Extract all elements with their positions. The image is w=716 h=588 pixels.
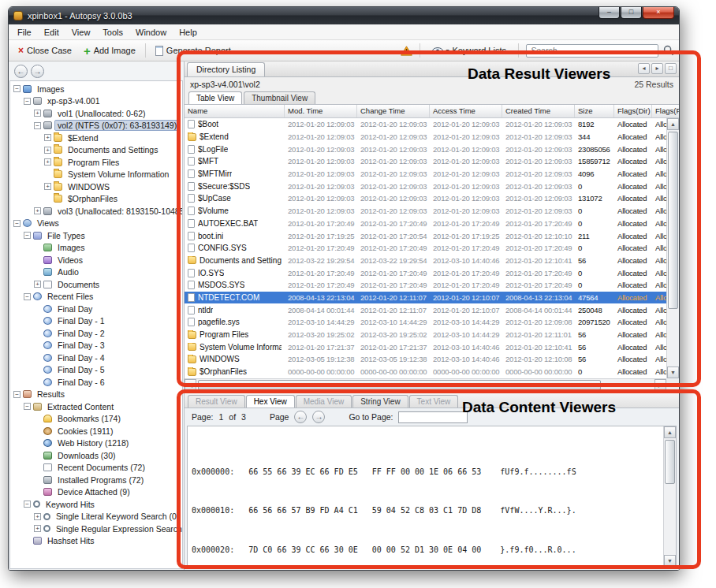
table-row[interactable]: boot.ini 2012-01-20 17:19:25 2012-01-20 …	[185, 229, 679, 242]
table-row[interactable]: Program Files 2012-03-20 19:25:02 2012-0…	[185, 329, 679, 341]
column-header[interactable]: Name	[185, 105, 285, 117]
tree-item[interactable]: Final Day - 2	[10, 327, 182, 340]
scroll-down-icon[interactable]: ▼	[664, 555, 676, 567]
tree-item[interactable]: Single Regular Expression Search (0)	[10, 523, 182, 535]
table-row[interactable]: $MFTMirr 2012-01-20 12:09:03 2012-01-20 …	[185, 168, 679, 180]
table-row[interactable]: WINDOWS 2012-03-05 19:12:38 2012-03-05 1…	[185, 353, 679, 366]
content-viewer-tab[interactable]: Hex View	[246, 395, 295, 408]
scrollbar-thumb[interactable]	[668, 132, 678, 309]
tree-expander-icon[interactable]	[13, 391, 21, 398]
next-page-button[interactable]: →	[312, 411, 325, 423]
table-row[interactable]: $UpCase 2012-01-20 12:09:03 2012-01-20 1…	[185, 192, 679, 205]
scroll-up-icon[interactable]: ▲	[664, 426, 676, 438]
tree-expander-icon[interactable]	[34, 281, 41, 288]
generate-report-button[interactable]: Generate Report	[151, 43, 236, 58]
tree-item[interactable]: xp-sp3-v4.001	[10, 95, 182, 108]
column-header[interactable]: Access Time	[430, 105, 502, 117]
menu-item[interactable]: View	[65, 26, 97, 39]
tree-item[interactable]: Installed Programs (72)	[10, 474, 182, 486]
directory-listing-tab[interactable]: Directory Listing	[187, 62, 265, 76]
tree-item[interactable]: Hashset Hits	[10, 535, 182, 548]
tree-item[interactable]: Keyword Hits	[10, 498, 182, 511]
scroll-tabs-right-button[interactable]: ▸	[651, 63, 663, 74]
goto-page-input[interactable]	[398, 411, 468, 423]
tree-item[interactable]: Final Day - 1	[10, 315, 182, 328]
tree-item[interactable]: Program Files	[10, 156, 182, 169]
tree-expander-icon[interactable]	[34, 378, 41, 385]
tree-item[interactable]: Final Day - 5	[10, 364, 182, 377]
tree-expander-icon[interactable]	[34, 256, 41, 263]
tree-expander-icon[interactable]	[34, 122, 41, 129]
tree-item[interactable]: Final Day	[10, 303, 182, 315]
table-row[interactable]: NTDETECT.COM 2008-04-13 22:13:04 2012-01…	[185, 292, 679, 304]
table-row[interactable]: System Volume Information 2012-01-20 17:…	[185, 341, 679, 353]
tree-expander-icon[interactable]	[34, 367, 41, 374]
table-row[interactable]: Documents and Settings 2012-03-22 19:29:…	[185, 255, 679, 267]
scroll-tabs-left-button[interactable]: ◂	[638, 63, 650, 74]
tree-expander-icon[interactable]	[34, 513, 41, 520]
previous-page-button[interactable]: ←	[294, 411, 307, 423]
tree-expander-icon[interactable]	[24, 232, 31, 239]
table-row[interactable]: $Volume 2012-01-20 12:09:03 2012-01-20 1…	[185, 205, 679, 218]
tree-item[interactable]: Images	[10, 242, 182, 255]
tree-expander-icon[interactable]	[34, 244, 41, 251]
content-viewer-tab[interactable]: Media View	[296, 395, 352, 408]
column-header[interactable]: Flags(File)	[652, 105, 679, 117]
table-row[interactable]: $OrphanFiles 0000-00-00 00:00:00 0000-00…	[185, 366, 679, 378]
column-header[interactable]: Mod. Time	[285, 105, 357, 117]
tree-expander-icon[interactable]	[24, 293, 31, 300]
tree-expander-icon[interactable]	[24, 538, 31, 545]
menu-item[interactable]: Window	[129, 26, 173, 39]
back-button[interactable]: ←	[14, 65, 28, 78]
close-case-button[interactable]: × Close Case	[13, 43, 76, 58]
tree-expander-icon[interactable]	[34, 464, 41, 471]
tree-expander-icon[interactable]	[34, 110, 41, 117]
scrollbar-thumb[interactable]	[198, 380, 601, 390]
tree-item[interactable]: Extracted Content	[10, 400, 182, 413]
tree-item[interactable]: Images	[10, 83, 182, 95]
scroll-left-icon[interactable]: ◀	[185, 379, 196, 391]
warning-triangle-icon[interactable]	[401, 46, 412, 56]
menu-item[interactable]: Tools	[96, 26, 129, 39]
tree-expander-icon[interactable]	[13, 85, 21, 92]
tree-expander-icon[interactable]	[44, 195, 51, 203]
content-viewer-tab[interactable]: Result View	[188, 395, 245, 408]
menu-item[interactable]: Help	[173, 26, 203, 39]
content-viewer-tab[interactable]: Text View	[409, 395, 459, 408]
tree-item[interactable]: Recent Files	[10, 291, 182, 303]
tree-expander-icon[interactable]	[44, 147, 51, 154]
tree-item[interactable]: $OrphanFiles	[10, 193, 182, 206]
magnifier-icon[interactable]	[663, 45, 674, 56]
tree-expander-icon[interactable]	[34, 525, 41, 532]
table-row[interactable]: ntldr 2008-04-14 00:01:44 2012-01-20 12:…	[185, 303, 679, 316]
tree-item[interactable]: Final Day - 4	[10, 352, 182, 364]
table-row[interactable]: AUTOEXEC.BAT 2012-01-20 17:20:49 2012-01…	[185, 218, 679, 230]
tree-item[interactable]: Audio	[10, 266, 182, 279]
tree-expander-icon[interactable]	[44, 171, 51, 178]
tree-expander-icon[interactable]	[44, 158, 51, 166]
tree-item[interactable]: vol2 (NTFS (0x07): 63-8193149)	[10, 120, 182, 132]
tree-item[interactable]: Downloads (30)	[10, 449, 182, 462]
hex-vertical-scrollbar[interactable]: ▲ ▼	[663, 426, 676, 567]
table-vertical-scrollbar[interactable]: ▲ ▼	[666, 118, 679, 378]
table-row[interactable]: MSDOS.SYS 2012-01-20 17:20:49 2012-01-20…	[185, 279, 679, 292]
column-header[interactable]: Created Time	[502, 105, 575, 117]
tree-expander-icon[interactable]	[34, 476, 41, 483]
tree-item[interactable]: Recent Documents (72)	[10, 462, 182, 474]
tree-expander-icon[interactable]	[34, 269, 41, 276]
tree-item[interactable]: Views	[10, 218, 182, 230]
forward-button[interactable]: →	[31, 65, 44, 78]
tree-expander-icon[interactable]	[34, 452, 41, 459]
table-row[interactable]: $Boot 2012-01-20 12:09:03 2012-01-20 12:…	[185, 118, 679, 131]
tree-item[interactable]: vol1 (Unallocated: 0-62)	[10, 107, 182, 120]
scroll-right-icon[interactable]: ▶	[654, 379, 666, 391]
menu-item[interactable]: Edit	[38, 26, 65, 39]
tree-item[interactable]: Web History (1218)	[10, 437, 182, 450]
tree-item[interactable]: Device Attached (9)	[10, 486, 182, 499]
table-view-tab[interactable]: Table View	[188, 91, 242, 104]
table-row[interactable]: $Extend 2012-01-20 12:09:03 2012-01-20 1…	[185, 131, 679, 143]
tree-expander-icon[interactable]	[44, 183, 51, 190]
column-header[interactable]: Flags(Dir)	[614, 105, 652, 117]
tree-expander-icon[interactable]	[34, 440, 41, 447]
table-horizontal-scrollbar[interactable]: ◀ ▶	[185, 378, 666, 391]
